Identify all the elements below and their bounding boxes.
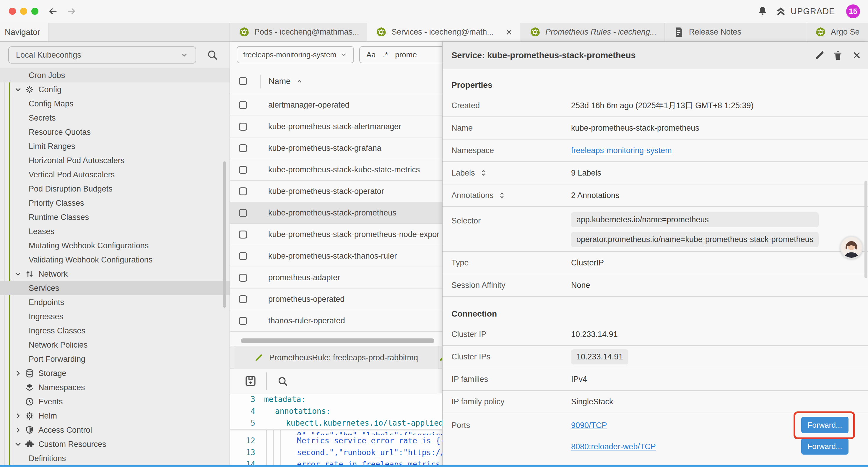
sidebar-item[interactable]: Secrets	[0, 111, 230, 125]
expand-labels-icon[interactable]	[479, 169, 488, 177]
minimize-window-button[interactable]	[20, 8, 27, 15]
tree-chevron-icon[interactable]	[13, 440, 23, 449]
sidebar-item[interactable]: Endpoints	[0, 295, 230, 310]
delete-service-icon[interactable]	[833, 50, 843, 61]
back-icon[interactable]	[48, 6, 58, 16]
sidebar-item[interactable]: Leases	[0, 224, 230, 238]
sidebar-item[interactable]: Events	[0, 395, 230, 409]
notifications-bell-icon[interactable]	[757, 6, 768, 16]
table-row[interactable]: kube-prometheus-stack-grafana	[230, 138, 442, 159]
row-checkbox[interactable]	[239, 295, 247, 303]
table-row[interactable]: prometheus-operated	[230, 289, 442, 310]
yaml-editor[interactable]: 3metadata: 4annotations: 5kubectl.kubern…	[230, 393, 442, 467]
close-window-button[interactable]	[9, 8, 16, 15]
table-row[interactable]: kube-prometheus-stack-alertmanager	[230, 116, 442, 138]
edit-service-icon[interactable]	[814, 50, 825, 61]
tab[interactable]: Pods - icecheng@mathmas...	[230, 23, 367, 41]
sidebar-item[interactable]: Ingress Classes	[0, 324, 230, 338]
tab[interactable]: Services - icecheng@math...	[367, 23, 521, 41]
dock-tab-prometheusrule[interactable]: PrometheusRule: freeleaps-prod-rabbitmq	[234, 346, 438, 369]
sidebar-item[interactable]: Config	[0, 83, 230, 97]
row-checkbox[interactable]	[239, 209, 247, 217]
table-row[interactable]: prometheus-adapter	[230, 267, 442, 289]
sidebar-item[interactable]: Definitions	[0, 451, 230, 466]
row-checkbox[interactable]	[239, 231, 247, 238]
sidebar-item[interactable]: Storage	[0, 366, 230, 380]
sidebar-item-label: Ingress Classes	[29, 326, 85, 335]
sidebar-scrollbar[interactable]	[223, 162, 226, 308]
close-tab-icon[interactable]	[505, 28, 513, 36]
list-search-input[interactable]: Aa .* prome	[359, 46, 442, 63]
detail-scrollbar[interactable]	[864, 181, 867, 278]
sidebar-item[interactable]: Validating Webhook Configurations	[0, 253, 230, 267]
row-checkbox[interactable]	[239, 123, 247, 130]
sidebar-item[interactable]: Horizontal Pod Autoscalers	[0, 153, 230, 168]
sidebar-item[interactable]: Services	[0, 281, 230, 295]
sidebar-item[interactable]: Pod Disruption Budgets	[0, 182, 230, 196]
sidebar-item[interactable]: Ingresses	[0, 310, 230, 324]
maximize-window-button[interactable]	[31, 8, 38, 15]
regex-toggle[interactable]: .*	[383, 50, 388, 59]
code-link[interactable]: https://net	[408, 448, 442, 457]
sidebar-item[interactable]: Network	[0, 267, 230, 281]
sidebar-item[interactable]: Namespaces	[0, 380, 230, 395]
code-line: 5kubectl.kubernetes.io/last-applied-co	[230, 417, 442, 429]
tab[interactable]: Release Notes	[664, 23, 806, 41]
sidebar-item[interactable]: Cron Jobs	[0, 68, 230, 83]
row-checkbox[interactable]	[239, 252, 247, 260]
sidebar-item[interactable]: Custom Resources	[0, 437, 230, 451]
name-column-header[interactable]: Name	[269, 68, 303, 94]
tree-chevron-icon[interactable]	[13, 426, 23, 435]
table-row[interactable]: kube-prometheus-stack-prometheus	[230, 202, 442, 224]
sidebar-item[interactable]: Config Maps	[0, 97, 230, 111]
upgrade-button[interactable]: UPGRADE	[775, 0, 835, 23]
forward-icon[interactable]	[66, 6, 76, 16]
sidebar-item[interactable]: Access Control	[0, 423, 230, 437]
tab[interactable]: Argo Se	[806, 23, 868, 41]
row-checkbox[interactable]	[239, 187, 247, 195]
kubeconfig-selector[interactable]: Local Kubeconfigs	[8, 47, 196, 63]
editor-search-icon[interactable]	[277, 376, 288, 387]
sidebar-item[interactable]: Priority Classes	[0, 196, 230, 210]
edit-pencil-icon	[254, 353, 263, 362]
port-link-8080[interactable]: 8080:reloader-web/TCP	[571, 442, 656, 451]
sidebar-item[interactable]: Helm	[0, 409, 230, 423]
sidebar-item[interactable]: Port Forwarding	[0, 352, 230, 366]
tab[interactable]: Prometheus Rules - icecheng...	[521, 23, 664, 41]
row-checkbox[interactable]	[239, 144, 247, 152]
forward-port-button[interactable]: Forward...	[801, 438, 848, 455]
expand-annotations-icon[interactable]	[498, 191, 506, 200]
table-row[interactable]: thanos-ruler-operated	[230, 310, 442, 332]
sidebar-item[interactable]: Limit Ranges	[0, 139, 230, 153]
port-link-9090[interactable]: 9090/TCP	[571, 421, 607, 430]
table-row[interactable]: alertmanager-operated	[230, 94, 442, 116]
tree-chevron-icon[interactable]	[13, 411, 23, 420]
user-avatar[interactable]	[840, 236, 863, 259]
tree-chevron-icon[interactable]	[13, 369, 23, 378]
notification-count-badge[interactable]: 15	[846, 4, 860, 18]
sidebar-item[interactable]: Network Policies	[0, 338, 230, 352]
tree-chevron-icon[interactable]	[13, 269, 23, 279]
sidebar-item[interactable]: Mutating Webhook Configurations	[0, 238, 230, 253]
close-panel-icon[interactable]	[851, 50, 862, 61]
row-checkbox[interactable]	[239, 274, 247, 282]
select-all-checkbox[interactable]	[239, 77, 247, 85]
table-row[interactable]: kube-prometheus-stack-kube-state-metrics	[230, 159, 442, 181]
tree-chevron-icon[interactable]	[13, 85, 23, 94]
row-checkbox[interactable]	[239, 317, 247, 325]
horizontal-scrollbar[interactable]	[241, 339, 434, 343]
table-row[interactable]: kube-prometheus-stack-operator	[230, 181, 442, 202]
row-checkbox[interactable]	[239, 166, 247, 174]
match-case-toggle[interactable]: Aa	[366, 50, 376, 59]
sidebar-item[interactable]: Runtime Classes	[0, 210, 230, 224]
row-checkbox[interactable]	[239, 101, 247, 109]
sidebar-item[interactable]: Vertical Pod Autoscalers	[0, 168, 230, 182]
table-row[interactable]: kube-prometheus-stack-prometheus-node-ex…	[230, 224, 442, 245]
sidebar-search-icon[interactable]	[207, 49, 218, 61]
sidebar-item[interactable]: Resource Quotas	[0, 125, 230, 139]
table-row[interactable]: kube-prometheus-stack-thanos-ruler	[230, 245, 442, 267]
save-icon[interactable]	[244, 375, 257, 387]
namespace-selector[interactable]: freeleaps-monitoring-system	[237, 46, 354, 63]
namespace-link[interactable]: freeleaps-monitoring-system	[571, 146, 672, 155]
dock-tab-next-partial[interactable]	[439, 346, 442, 369]
